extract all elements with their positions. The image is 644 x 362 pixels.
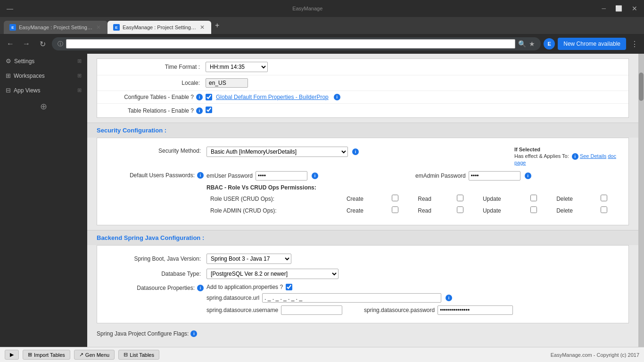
sidebar-item-workspaces[interactable]: ⊞ Workspaces ⊞ bbox=[0, 68, 87, 83]
top-form-box: Time Format : HH:mm 14:35 hh:mm a 02:35 … bbox=[97, 58, 629, 118]
role-user-update-cb[interactable] bbox=[530, 195, 537, 201]
role-user-read-cb[interactable] bbox=[457, 195, 463, 201]
tab-2-favicon: E bbox=[113, 24, 120, 31]
security-method-row: Security Method: Basic Auth [InMemoryUse… bbox=[103, 144, 623, 168]
content-area: Time Format : HH:mm 14:35 hh:mm a 02:35 … bbox=[87, 54, 638, 347]
new-tab-btn[interactable]: + bbox=[211, 19, 223, 32]
window-maximize-btn[interactable]: ⬜ bbox=[612, 3, 625, 14]
bottom-toolbar: ▶ ⊞ Import Tables ↗ Gen Menu ⊟ List Tabl… bbox=[0, 347, 644, 362]
em-admin-label: emAdmin Password bbox=[415, 173, 466, 179]
db-type-select[interactable]: [PostgreSQL Ver 8.2 or newer] [MySQL Ver… bbox=[206, 269, 339, 279]
import-tables-btn[interactable]: ⊞ Import Tables bbox=[23, 350, 70, 360]
configure-tables-info-icon[interactable]: i bbox=[196, 94, 203, 100]
em-user-input[interactable] bbox=[256, 171, 307, 181]
back-btn[interactable]: ← bbox=[4, 37, 17, 50]
spring-url-input[interactable] bbox=[262, 293, 441, 303]
add-to-props-label: Add to application.properties ? bbox=[206, 284, 283, 290]
role-user-label: Role USER (CRUD Ops): bbox=[206, 193, 343, 205]
bookmark-icon[interactable]: ★ bbox=[529, 40, 535, 48]
sidebar-workspaces-label: Workspaces bbox=[14, 73, 74, 79]
new-chrome-btn[interactable]: New Chrome available bbox=[558, 38, 626, 50]
scrollbar-thumb[interactable] bbox=[639, 73, 644, 101]
spring-url-label: spring.datasource.url bbox=[206, 295, 259, 301]
workspaces-pin-icon[interactable]: ⊞ bbox=[77, 73, 82, 79]
sidebar-appviews-label: App Views bbox=[14, 87, 74, 94]
window-minimize-btn2[interactable]: ─ bbox=[599, 3, 609, 14]
role-user-create-cb[interactable] bbox=[392, 195, 398, 201]
sidebar-item-settings[interactable]: ⚙ Settings ⊞ bbox=[0, 54, 87, 68]
em-admin-info-icon[interactable]: i bbox=[525, 173, 531, 179]
configure-tables-label: Configure Tables - Enable ? i bbox=[102, 94, 206, 100]
spring-url-info-icon[interactable]: i bbox=[446, 295, 452, 301]
url-input[interactable]: 127.0.0.1:8080/em/jsp/dn/ws_conf_det_mnt… bbox=[66, 39, 515, 49]
add-to-props-checkbox[interactable] bbox=[286, 284, 292, 290]
user-avatar[interactable]: E bbox=[544, 38, 555, 49]
security-method-label: Security Method: bbox=[103, 147, 206, 154]
spring-url-row: spring.datasource.url i bbox=[206, 293, 623, 303]
db-type-label: Database Type: bbox=[103, 271, 206, 277]
window-minimize-btn[interactable]: — bbox=[4, 3, 16, 14]
spring-boot-value: Spring Boot 3 - Java 17 Spring Boot 2 - … bbox=[206, 254, 623, 264]
forward-btn[interactable]: → bbox=[20, 37, 33, 50]
see-details-link[interactable]: See Details bbox=[580, 153, 606, 159]
security-method-select[interactable]: Basic Auth [InMemoryUserDetails] Basic A… bbox=[206, 147, 348, 157]
time-format-value: HH:mm 14:35 hh:mm a 02:35 PM bbox=[206, 62, 624, 72]
search-icon[interactable]: 🔍 bbox=[518, 40, 526, 48]
security-section-header: Security Configuration : bbox=[87, 123, 638, 138]
appviews-icon: ⊟ bbox=[6, 87, 11, 94]
tab-1-favicon: E bbox=[9, 24, 16, 31]
spring-java-project-label: Spring Java Project Configure Flags: i bbox=[87, 328, 638, 339]
chrome-menu-btn[interactable]: ⋮ bbox=[629, 38, 640, 50]
if-selected-info-icon[interactable]: i bbox=[572, 153, 578, 160]
backend-config-box: Spring Boot, Java Version: Spring Boot 3… bbox=[97, 245, 629, 323]
appviews-pin-icon[interactable]: ⊞ bbox=[77, 87, 82, 93]
role-admin-label: Role ADMIN (CRUD Ops): bbox=[206, 205, 343, 216]
em-user-info-icon[interactable]: i bbox=[312, 173, 318, 179]
spring-password-input[interactable] bbox=[438, 305, 513, 315]
role-user-delete-cb[interactable] bbox=[601, 195, 607, 201]
role-user-update-label: Update bbox=[479, 193, 527, 205]
security-config-box: Security Method: Basic Auth [InMemoryUse… bbox=[97, 138, 629, 225]
time-format-select[interactable]: HH:mm 14:35 hh:mm a 02:35 PM bbox=[206, 62, 268, 72]
tab-1[interactable]: E EasyManage : Project Settings M ✕ bbox=[4, 21, 107, 34]
scrollbar-track[interactable] bbox=[638, 54, 644, 347]
tab-2[interactable]: E EasyManage : Project Settings M ✕ bbox=[107, 21, 211, 34]
rbac-table: Role USER (CRUD Ops): Create Read Update… bbox=[206, 193, 623, 216]
datasource-info-icon[interactable]: i bbox=[197, 285, 204, 291]
role-admin-update-cb[interactable] bbox=[530, 206, 537, 213]
db-type-value: [PostgreSQL Ver 8.2 or newer] [MySQL Ver… bbox=[206, 269, 623, 279]
sidebar: ⚙ Settings ⊞ ⊞ Workspaces ⊞ ⊟ App Views … bbox=[0, 54, 87, 347]
default-users-info-icon[interactable]: i bbox=[197, 172, 204, 179]
spring-java-info-icon[interactable]: i bbox=[190, 330, 197, 337]
security-method-info-icon[interactable]: i bbox=[352, 148, 359, 155]
role-admin-create-cb[interactable] bbox=[392, 206, 398, 213]
spring-password-label: spring.datasource.password bbox=[364, 307, 435, 313]
rbac-user-row: Role USER (CRUD Ops): Create Read Update… bbox=[206, 193, 623, 205]
role-admin-read-cb[interactable] bbox=[457, 206, 463, 213]
table-relations-checkbox[interactable] bbox=[206, 107, 212, 113]
rbac-admin-row: Role ADMIN (CRUD Ops): Create Read Updat… bbox=[206, 205, 623, 216]
configure-tables-checkbox[interactable] bbox=[206, 94, 212, 100]
settings-pin-icon[interactable]: ⊞ bbox=[77, 58, 82, 64]
table-relations-value bbox=[206, 107, 624, 115]
address-bar[interactable]: ⓘ 127.0.0.1:8080/em/jsp/dn/ws_conf_det_m… bbox=[52, 37, 541, 50]
role-admin-delete-cb[interactable] bbox=[601, 206, 607, 213]
spring-boot-select[interactable]: Spring Boot 3 - Java 17 Spring Boot 2 - … bbox=[206, 254, 291, 264]
spring-username-input[interactable] bbox=[281, 305, 342, 315]
tab-2-close[interactable]: ✕ bbox=[199, 24, 206, 31]
global-default-info-icon[interactable]: i bbox=[334, 94, 340, 100]
list-tables-btn[interactable]: ⊟ List Tables bbox=[118, 350, 159, 360]
window-close-btn[interactable]: ✕ bbox=[629, 3, 640, 14]
locale-input[interactable] bbox=[206, 78, 248, 88]
sidebar-add-btn[interactable]: ⊕ bbox=[0, 98, 87, 115]
gen-menu-btn[interactable]: ↗ Gen Menu bbox=[74, 350, 115, 360]
table-relations-info-icon[interactable]: i bbox=[196, 107, 203, 114]
em-admin-input[interactable] bbox=[469, 171, 520, 181]
tab-1-title: EasyManage : Project Settings M bbox=[19, 25, 92, 30]
sidebar-item-appviews[interactable]: ⊟ App Views ⊞ bbox=[0, 83, 87, 98]
tab-1-close[interactable]: ✕ bbox=[95, 24, 102, 31]
send-btn[interactable]: ▶ bbox=[5, 350, 19, 360]
global-default-link[interactable]: Global Default Form Properties - Builder… bbox=[216, 94, 329, 100]
reload-btn[interactable]: ↻ bbox=[36, 37, 49, 50]
tab-bar: E EasyManage : Project Settings M ✕ E Ea… bbox=[0, 17, 644, 34]
